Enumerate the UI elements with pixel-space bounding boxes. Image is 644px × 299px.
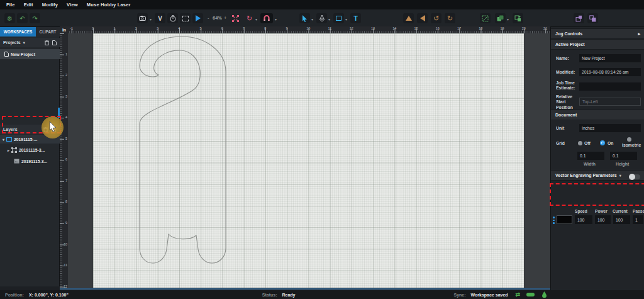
layer-label-2: 20191115-3... [19, 148, 45, 152]
run-job-button[interactable] [192, 13, 203, 23]
layer-row-image[interactable]: 20191115-3... [13, 157, 60, 166]
jog-controls-header[interactable]: Jog Controls ▸ [551, 28, 644, 39]
status-label: Status: [262, 293, 277, 297]
col-speed: Speed [575, 209, 587, 213]
rotate-ccw-button[interactable]: ↺ [431, 13, 441, 23]
layers-header-label: Layers [3, 127, 18, 132]
app-window: File Edit Modify View Muse Hobby Laser ⚙… [0, 0, 644, 299]
vector-engraving-caret[interactable]: ▾ [619, 173, 621, 178]
trace-selection-button[interactable] [480, 13, 491, 23]
menu-file[interactable]: File [6, 2, 15, 8]
zoom-out-button[interactable]: - [208, 15, 209, 21]
snap-magnet-caret[interactable]: ▾ [275, 17, 277, 21]
pen-tool-caret[interactable]: ▾ [328, 17, 330, 21]
marquee-trace-icon [482, 15, 489, 22]
menu-modify[interactable]: Modify [42, 2, 58, 8]
width-label: Width [584, 162, 596, 167]
duplicate-button[interactable] [495, 13, 506, 23]
document-canvas[interactable] [93, 33, 524, 288]
engrave-color-swatch[interactable] [557, 215, 572, 224]
vector-mode-button[interactable]: V [155, 13, 165, 23]
layer-row-vector[interactable]: ▸ 20191115-3... [6, 145, 60, 154]
layer-expand-caret[interactable]: ▾ [3, 137, 4, 142]
rotate-cw-button[interactable]: ↻ [445, 13, 455, 23]
ruler-unit-label: in [60, 26, 69, 33]
tab-clipart[interactable]: CLIPART [36, 27, 60, 37]
vertical-ruler: 123456789101112 [60, 33, 68, 288]
redo-button[interactable]: ↷ [30, 13, 40, 23]
rotate-view-button[interactable]: ↻ [244, 13, 255, 23]
settings-gear-button[interactable]: ⚙ [4, 13, 15, 23]
bring-forward-button[interactable] [574, 13, 584, 23]
layer-image-icon [14, 159, 19, 164]
layer-group-icon [6, 137, 12, 142]
camera-button[interactable] [137, 13, 148, 23]
text-tool-button[interactable]: T [350, 13, 361, 23]
current-input[interactable]: 100 [613, 215, 630, 224]
project-item-label: New Project [11, 52, 35, 57]
rotate-view-caret[interactable]: ▾ [255, 17, 257, 21]
unit-field[interactable]: Inches [579, 124, 641, 132]
row-drag-handle[interactable] [553, 217, 555, 224]
stopwatch-icon [170, 15, 176, 22]
snap-magnet-button[interactable] [260, 13, 273, 23]
relative-start-field: Top-Left [579, 98, 641, 106]
toolbar: ⚙ ↶ ↷ ▾ V - 64% + ↻ ▾ ▾ ▾ [0, 9, 644, 27]
pen-icon [319, 15, 325, 21]
passes-input[interactable]: 1 [633, 215, 643, 224]
document-header: Document [551, 110, 644, 120]
vector-engraving-toggle[interactable] [630, 174, 640, 179]
shape-tool-caret[interactable]: ▾ [345, 17, 347, 21]
jog-controls-title: Jog Controls [555, 31, 582, 36]
zoom-level-value[interactable]: 64% [213, 15, 222, 21]
grid-width-field[interactable]: 0.1 [577, 152, 604, 160]
grid-height-field[interactable]: 0.1 [610, 152, 637, 160]
zoom-fit-button[interactable] [230, 13, 241, 23]
status-value: Ready [282, 293, 296, 297]
name-label: Name: [556, 56, 569, 61]
grid-on-label: On [608, 141, 613, 146]
door-hanger-shape[interactable] [93, 33, 524, 288]
layer-label: 20191115-... [14, 137, 37, 142]
horizontal-ruler: -10123456789101112131415161718192021 [60, 26, 550, 33]
delete-project-icon[interactable] [45, 40, 49, 45]
select-tool-button[interactable] [299, 13, 310, 23]
power-input[interactable]: 100 [595, 215, 611, 224]
grid-off-radio[interactable] [578, 141, 582, 145]
duplicate-caret[interactable]: ▾ [507, 17, 509, 21]
select-tool-caret[interactable]: ▾ [311, 17, 313, 21]
isometric-label: Isometric [622, 143, 641, 148]
camera-dropdown-caret[interactable]: ▾ [150, 17, 152, 21]
group-button[interactable] [513, 13, 523, 23]
new-project-icon[interactable] [52, 40, 57, 45]
job-timer-button[interactable] [167, 13, 178, 23]
menu-muse-hobby-laser[interactable]: Muse Hobby Laser [87, 2, 131, 8]
menu-edit[interactable]: Edit [24, 2, 33, 8]
undo-button[interactable]: ↶ [17, 13, 28, 23]
menu-bar: File Edit Modify View Muse Hobby Laser [0, 0, 644, 9]
flip-horizontal-button[interactable] [417, 13, 428, 23]
projects-collapse-caret[interactable]: ▾ [23, 40, 25, 45]
project-name-field[interactable]: New Project [579, 54, 641, 62]
send-backward-button[interactable] [587, 13, 598, 23]
modified-label: Modified: [556, 70, 575, 75]
shape-tool-button[interactable] [333, 13, 344, 23]
perimeter-trace-button[interactable] [180, 13, 191, 23]
zoom-in-button[interactable]: + [224, 15, 226, 21]
tab-workspaces[interactable]: WORKSPACES [0, 27, 36, 37]
flip-vertical-button[interactable] [403, 13, 414, 23]
projects-header: Projects ▾ [0, 38, 60, 47]
pen-tool-button[interactable] [316, 13, 327, 23]
document-title: Document [555, 113, 577, 117]
horizontal-scrollbar[interactable] [60, 288, 550, 290]
layer-expand-caret-2[interactable]: ▸ [8, 148, 9, 152]
speed-input[interactable]: 100 [575, 215, 592, 224]
vector-engraving-header[interactable]: Vector Engraving Parameters ▾ [551, 170, 644, 181]
vector-mode-label: V [158, 15, 162, 22]
menu-view[interactable]: View [67, 2, 78, 8]
grid-on-radio[interactable] [600, 140, 605, 145]
jog-controls-expand-icon[interactable]: ▸ [638, 31, 640, 37]
isometric-radio[interactable] [627, 137, 631, 142]
project-item-new-project[interactable]: New Project [0, 49, 60, 59]
position-value: X: 0.000", Y: 0.100" [29, 293, 69, 297]
